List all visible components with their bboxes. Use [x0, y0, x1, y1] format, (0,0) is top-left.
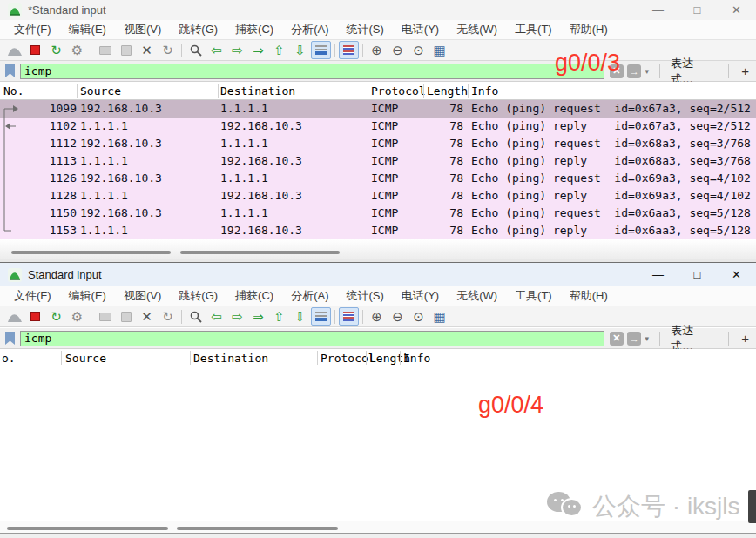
packet-row[interactable]: 11281.1.1.1192.168.10.3ICMP78Echo (ping)…: [0, 187, 756, 205]
find-packet-icon[interactable]: [186, 41, 206, 59]
capture-options-icon[interactable]: ⚙: [67, 307, 87, 326]
column-length[interactable]: Length: [427, 84, 468, 98]
go-up-icon[interactable]: ⇧: [269, 41, 289, 59]
menu-capture[interactable]: 捕获(C): [226, 286, 282, 306]
menu-help[interactable]: 帮助(H): [561, 286, 617, 306]
auto-scroll-icon[interactable]: [311, 41, 331, 59]
menu-analyze[interactable]: 分析(A): [282, 286, 337, 306]
minimize-button[interactable]: —: [638, 263, 678, 286]
menu-go[interactable]: 跳转(G): [170, 286, 226, 306]
packet-list-header[interactable]: o. Source Destination Protocol Length In…: [0, 349, 756, 367]
capture-fin-icon[interactable]: [4, 41, 24, 59]
colorize-icon[interactable]: [339, 41, 359, 59]
packet-row[interactable]: 1099192.168.10.31.1.1.1ICMP78Echo (ping)…: [0, 100, 756, 118]
reload-icon[interactable]: ↻: [158, 307, 178, 326]
horizontal-scrollbar[interactable]: [11, 251, 171, 254]
title-bar[interactable]: *Standard input — □ ✕: [0, 0, 756, 20]
capture-options-icon[interactable]: ⚙: [67, 41, 87, 59]
column-protocol[interactable]: Protocol: [321, 352, 375, 365]
packet-row[interactable]: 1150192.168.10.31.1.1.1ICMP78Echo (ping)…: [0, 205, 756, 222]
find-packet-icon[interactable]: [186, 307, 206, 326]
packet-row[interactable]: 11531.1.1.1192.168.10.3ICMP78Echo (ping)…: [0, 222, 756, 239]
colorize-icon[interactable]: [339, 307, 359, 326]
column-info[interactable]: Info: [403, 352, 430, 365]
go-to-packet-icon[interactable]: ⇒: [248, 307, 268, 326]
display-filter-input[interactable]: icmp: [20, 64, 604, 79]
save-file-icon[interactable]: [116, 41, 136, 59]
menu-telephony[interactable]: 电话(Y): [393, 286, 448, 306]
menu-file[interactable]: 文件(F): [5, 19, 60, 40]
close-capture-icon[interactable]: ✕: [137, 41, 157, 59]
column-source[interactable]: Source: [80, 84, 121, 98]
go-down-icon[interactable]: ⇩: [290, 41, 310, 59]
save-file-icon[interactable]: [116, 307, 136, 326]
menu-file[interactable]: 文件(F): [5, 286, 60, 306]
zoom-in-icon[interactable]: ⊕: [367, 41, 387, 59]
go-back-icon[interactable]: ⇦: [206, 41, 226, 59]
go-up-icon[interactable]: ⇧: [269, 307, 289, 326]
menu-help[interactable]: 帮助(H): [561, 19, 617, 40]
menu-analyze[interactable]: 分析(A): [282, 19, 337, 40]
restart-capture-icon[interactable]: ↻: [46, 41, 66, 59]
title-bar[interactable]: Standard input — □ ✕: [0, 263, 756, 286]
auto-scroll-icon[interactable]: [311, 307, 331, 326]
column-info[interactable]: Info: [471, 84, 498, 98]
zoom-reset-icon[interactable]: ⊙: [408, 307, 429, 326]
reload-icon[interactable]: ↻: [158, 41, 178, 59]
close-button[interactable]: ✕: [717, 0, 756, 20]
go-down-icon[interactable]: ⇩: [290, 307, 310, 326]
packet-row[interactable]: 11021.1.1.1192.168.10.3ICMP78Echo (ping)…: [0, 118, 756, 135]
clear-filter-icon[interactable]: ✕: [610, 332, 624, 346]
resize-columns-icon[interactable]: ▦: [429, 307, 449, 326]
filter-dropdown-icon[interactable]: ▾: [645, 334, 649, 343]
horizontal-scrollbar[interactable]: [7, 527, 168, 530]
packet-row[interactable]: 1126192.168.10.31.1.1.1ICMP78Echo (ping)…: [0, 170, 756, 187]
capture-fin-icon[interactable]: [4, 307, 24, 326]
zoom-out-icon[interactable]: ⊖: [388, 307, 408, 326]
menu-tools[interactable]: 工具(T): [506, 286, 561, 306]
column-no[interactable]: o.: [2, 352, 16, 365]
filter-dropdown-icon[interactable]: ▾: [645, 67, 649, 76]
column-protocol[interactable]: Protocol: [371, 84, 426, 98]
menu-wireless[interactable]: 无线(W): [448, 19, 506, 40]
menu-statistics[interactable]: 统计(S): [337, 286, 392, 306]
maximize-button[interactable]: □: [678, 263, 717, 286]
open-file-icon[interactable]: [95, 41, 115, 59]
column-source[interactable]: Source: [65, 352, 106, 365]
menu-go[interactable]: 跳转(G): [170, 19, 226, 40]
column-destination[interactable]: Destination: [193, 352, 268, 365]
packet-list-header[interactable]: No. Source Destination Protocol Length I…: [0, 82, 756, 100]
minimize-button[interactable]: —: [638, 0, 678, 20]
menu-edit[interactable]: 编辑(E): [60, 286, 115, 306]
apply-filter-icon[interactable]: →: [627, 64, 641, 78]
close-capture-icon[interactable]: ✕: [137, 307, 157, 326]
horizontal-scrollbar[interactable]: [180, 251, 340, 254]
zoom-out-icon[interactable]: ⊖: [388, 41, 408, 59]
open-file-icon[interactable]: [95, 307, 115, 326]
column-destination[interactable]: Destination: [220, 84, 295, 98]
menu-wireless[interactable]: 无线(W): [448, 286, 506, 306]
bookmark-icon[interactable]: [5, 332, 15, 345]
close-button[interactable]: ✕: [717, 263, 756, 286]
menu-telephony[interactable]: 电话(Y): [393, 19, 448, 40]
zoom-reset-icon[interactable]: ⊙: [408, 41, 429, 59]
maximize-button[interactable]: □: [678, 0, 717, 20]
packet-row[interactable]: 1112192.168.10.31.1.1.1ICMP78Echo (ping)…: [0, 135, 756, 152]
restart-capture-icon[interactable]: ↻: [46, 307, 66, 326]
column-no[interactable]: No.: [3, 84, 24, 98]
go-back-icon[interactable]: ⇦: [206, 307, 226, 326]
menu-view[interactable]: 视图(V): [115, 19, 170, 40]
menu-edit[interactable]: 编辑(E): [60, 19, 115, 40]
packet-row[interactable]: 11131.1.1.1192.168.10.3ICMP78Echo (ping)…: [0, 152, 756, 170]
menu-tools[interactable]: 工具(T): [506, 19, 561, 40]
resize-columns-icon[interactable]: ▦: [429, 41, 449, 59]
go-forward-icon[interactable]: ⇨: [227, 41, 247, 59]
go-to-packet-icon[interactable]: ⇒: [248, 41, 268, 59]
add-filter-button[interactable]: +: [741, 64, 749, 78]
stop-capture-icon[interactable]: [25, 41, 45, 59]
add-filter-button[interactable]: +: [741, 331, 749, 346]
menu-statistics[interactable]: 统计(S): [337, 19, 392, 40]
bookmark-icon[interactable]: [5, 64, 15, 77]
menu-capture[interactable]: 捕获(C): [226, 19, 282, 40]
menu-view[interactable]: 视图(V): [115, 286, 170, 306]
